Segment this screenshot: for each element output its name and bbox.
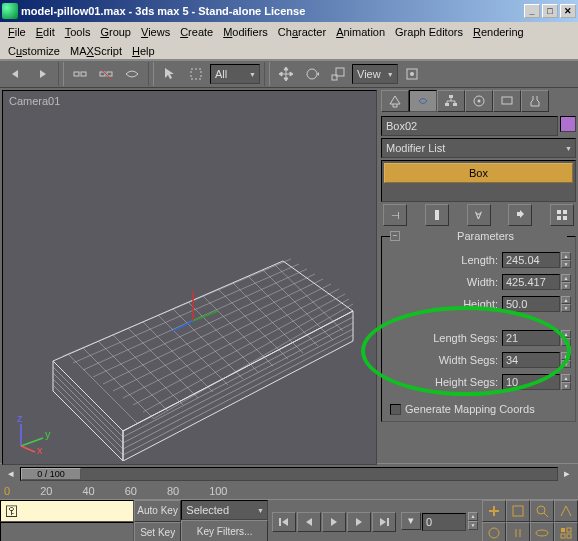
object-name-field[interactable]: Box02 [381, 116, 558, 136]
walk-button[interactable] [506, 522, 530, 541]
play-button[interactable] [322, 512, 346, 532]
length-segs-label: Length Segs: [386, 332, 502, 344]
height-spin-buttons[interactable]: ▲▼ [561, 296, 571, 312]
svg-line-44 [53, 373, 123, 443]
height-segs-spin-buttons[interactable]: ▲▼ [561, 374, 571, 390]
menu-graph-editors[interactable]: Graph Editors [391, 24, 467, 40]
menu-maxscript[interactable]: MAXScript [66, 43, 126, 59]
length-segs-spin-buttons[interactable]: ▲▼ [561, 330, 571, 346]
set-key-button[interactable]: Set Key [134, 522, 181, 542]
key-mode-dropdown[interactable]: Selected [181, 500, 268, 520]
width-segs-spin-buttons[interactable]: ▲▼ [561, 352, 571, 368]
viewport-camera[interactable]: Camera01 [2, 90, 377, 465]
undo-button[interactable] [4, 62, 28, 86]
stack-item-box[interactable]: Box [384, 163, 573, 183]
workspace: Camera01 [0, 88, 578, 463]
show-end-result-button[interactable] [425, 204, 449, 226]
menu-help[interactable]: Help [128, 43, 159, 59]
width-spin-buttons[interactable]: ▲▼ [561, 274, 571, 290]
selection-filter-dropdown[interactable]: All [210, 64, 260, 84]
tab-hierarchy[interactable] [437, 90, 465, 112]
maximize-viewport-button[interactable] [554, 522, 578, 541]
svg-line-28 [128, 328, 198, 398]
tab-motion[interactable] [465, 90, 493, 112]
modifier-list-dropdown[interactable]: Modifier List [381, 138, 576, 158]
length-segs-spinner[interactable]: 21 [502, 330, 560, 346]
fov-button[interactable] [554, 500, 578, 522]
redo-button[interactable] [30, 62, 54, 86]
key-filters-button[interactable]: Key Filters... [181, 520, 268, 541]
height-spinner[interactable]: 50.0 [502, 296, 560, 312]
rotate-button[interactable] [300, 62, 324, 86]
command-panel: Box02 Modifier List Box ⊣ ∀ − Parameters… [379, 88, 578, 463]
time-tag-button[interactable]: ▾ [401, 512, 421, 530]
make-unique-button[interactable]: ∀ [467, 204, 491, 226]
configure-sets-button[interactable] [550, 204, 574, 226]
zoom-extents-button[interactable] [506, 500, 530, 522]
next-frame-button[interactable] [347, 512, 371, 532]
tab-utilities[interactable] [521, 90, 549, 112]
current-frame-spinner[interactable]: 0 [422, 513, 466, 531]
menu-group[interactable]: Group [96, 24, 135, 40]
menu-bar-row2: Customize MAXScript Help [0, 42, 578, 60]
menu-bar: File Edit Tools Group Views Create Modif… [0, 22, 578, 42]
close-button[interactable]: ✕ [560, 4, 576, 18]
arc-rotate-button[interactable] [482, 522, 506, 541]
pan-view-button[interactable] [482, 500, 506, 522]
svg-line-42 [123, 335, 353, 455]
menu-rendering[interactable]: Rendering [469, 24, 528, 40]
select-button[interactable] [158, 62, 182, 86]
menu-character[interactable]: Character [274, 24, 330, 40]
time-scrub-track[interactable]: 0 / 100 [20, 467, 558, 481]
goto-start-button[interactable] [272, 512, 296, 532]
length-spinner[interactable]: 245.04 [502, 252, 560, 268]
maximize-button[interactable]: □ [542, 4, 558, 18]
reference-coord-dropdown[interactable]: View [352, 64, 398, 84]
time-scrub-handle[interactable]: 0 / 100 [21, 468, 81, 480]
generate-mapping-checkbox[interactable] [390, 404, 401, 415]
width-segs-spinner[interactable]: 34 [502, 352, 560, 368]
menu-modifiers[interactable]: Modifiers [219, 24, 272, 40]
bind-spacewarp-button[interactable] [120, 62, 144, 86]
menu-create[interactable]: Create [176, 24, 217, 40]
prompt-field[interactable]: ⚿ [0, 500, 134, 522]
pin-stack-button[interactable]: ⊣ [383, 204, 407, 226]
time-prev-button[interactable]: ◂ [4, 467, 18, 481]
svg-rect-74 [561, 528, 565, 532]
minimize-button[interactable]: _ [524, 4, 540, 18]
scale-button[interactable] [326, 62, 350, 86]
time-next-button[interactable]: ▸ [560, 467, 574, 481]
menu-tools[interactable]: Tools [61, 24, 95, 40]
width-spinner[interactable]: 425.417 [502, 274, 560, 290]
tab-modify[interactable] [409, 90, 437, 112]
remove-modifier-button[interactable] [508, 204, 532, 226]
select-region-button[interactable] [184, 62, 208, 86]
orbit-button[interactable] [530, 522, 554, 541]
rollout-collapse-button[interactable]: − [390, 231, 400, 241]
tab-create[interactable] [381, 90, 409, 112]
menu-customize[interactable]: Customize [4, 43, 64, 59]
menu-edit[interactable]: Edit [32, 24, 59, 40]
pivot-button[interactable] [400, 62, 424, 86]
frame-spin-buttons[interactable]: ▲▼ [468, 512, 478, 530]
menu-views[interactable]: Views [137, 24, 174, 40]
length-spin-buttons[interactable]: ▲▼ [561, 252, 571, 268]
goto-end-button[interactable] [372, 512, 396, 532]
length-label: Length: [386, 254, 502, 266]
height-segs-spinner[interactable]: 10 [502, 374, 560, 390]
track-bar[interactable]: 0 20 40 60 80 100 [0, 483, 578, 499]
link-button[interactable] [68, 62, 92, 86]
modifier-stack[interactable]: Box [381, 160, 576, 202]
auto-key-button[interactable]: Auto Key [134, 500, 181, 522]
move-button[interactable] [274, 62, 298, 86]
svg-rect-5 [191, 69, 201, 79]
svg-line-32 [188, 302, 258, 372]
menu-animation[interactable]: Animation [332, 24, 389, 40]
menu-file[interactable]: File [4, 24, 30, 40]
tab-display[interactable] [493, 90, 521, 112]
zoom-button[interactable] [530, 500, 554, 522]
svg-rect-76 [561, 534, 565, 538]
object-color-swatch[interactable] [560, 116, 576, 132]
unlink-button[interactable] [94, 62, 118, 86]
prev-frame-button[interactable] [297, 512, 321, 532]
